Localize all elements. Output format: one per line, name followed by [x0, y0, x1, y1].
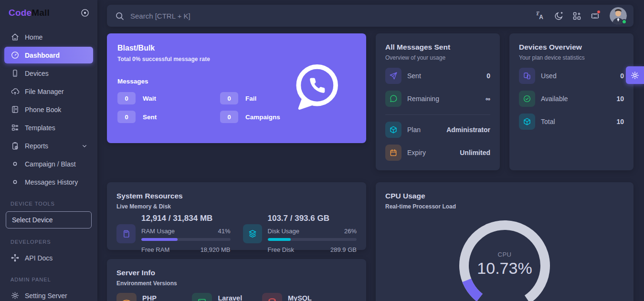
- all-messages-card: All Messages Sent Overview of your usage…: [376, 33, 500, 170]
- server-info-card: Server Info Environment Versions php PHP…: [107, 259, 366, 301]
- circle-bullet-icon: [11, 177, 20, 187]
- card-subtitle: Real-time Processor Load: [385, 203, 624, 210]
- php-icon: php: [116, 293, 137, 301]
- stat-row-sent: Sent 0: [385, 68, 490, 84]
- gear-icon: [11, 291, 20, 300]
- cards-row-2: System Resources Live Memory & Disk 12,9…: [107, 182, 633, 301]
- card-title: System Resources: [116, 192, 357, 200]
- card-subtitle: Environment Versions: [116, 280, 357, 287]
- dashboard-icon: [11, 51, 20, 60]
- blast-bulk-card: Blast/Bulk Total 0% successful message r…: [107, 33, 366, 143]
- card-title: Devices Overview: [519, 43, 624, 52]
- sidebar-nav: Home Dashboard Devices File Manager Phon…: [0, 29, 97, 190]
- sidebar-item-label: Reports: [25, 142, 48, 150]
- dark-mode-icon[interactable]: [551, 9, 566, 23]
- sidebar-pin-toggle-icon[interactable]: [80, 8, 90, 18]
- free-ram-label: Free RAM: [141, 246, 169, 253]
- sidebar-item-templates[interactable]: Templates: [4, 119, 93, 136]
- sidebar-item-reports[interactable]: Reports: [4, 137, 93, 154]
- sidebar-item-messages-history[interactable]: Messages History: [4, 174, 93, 190]
- sidebar-item-label: File Manager: [25, 88, 64, 95]
- topbar-icons: zA: [533, 7, 627, 24]
- whatsapp-icon: [290, 62, 341, 115]
- chevron-down-icon: [81, 142, 88, 150]
- sidebar-item-dashboard[interactable]: Dashboard: [4, 47, 93, 63]
- calendar-icon: [385, 145, 401, 161]
- server-icon: [192, 293, 212, 301]
- layers-icon: [243, 224, 262, 243]
- language-icon[interactable]: zA: [533, 9, 548, 23]
- sidebar-item-phone-book[interactable]: Phone Book: [4, 101, 93, 118]
- card-title: Server Info: [116, 269, 357, 277]
- ram-usage-block: 12,914 / 31,834 MB RAM Usage41% Free RAM…: [116, 214, 231, 253]
- gear-icon: [630, 71, 640, 80]
- env-item-laravel: Laravel 12.32.1: [192, 293, 262, 301]
- ram-percent: 41%: [218, 228, 230, 235]
- stat-row-available: Available 10: [519, 91, 624, 107]
- sidebar-item-api-docs[interactable]: API Docs: [4, 249, 93, 266]
- disk-value: 103.7 / 393.6 GB: [268, 214, 357, 223]
- stat-row-total: Total 10: [519, 114, 624, 130]
- topbar: zA: [107, 5, 633, 27]
- sidebar-item-label: Dashboard: [25, 52, 60, 59]
- disk-label: Disk Usage: [268, 228, 299, 235]
- env-item-mysql: MySQL 11.4.7-MariaDB-cll-lve: [262, 293, 357, 301]
- message-circle-icon: [385, 91, 401, 107]
- card-subtitle: Your plan device statistics: [519, 54, 624, 61]
- search-input[interactable]: [130, 12, 331, 20]
- sidebar: CodeMall Home Dashboard Devices File Man…: [0, 0, 97, 301]
- stat-chip: 0: [220, 92, 238, 104]
- sidebar-item-label: Messages History: [25, 178, 78, 186]
- environment-grid: php PHP 8.3.20 Laravel 12.32.1: [116, 293, 357, 301]
- sidebar-item-home[interactable]: Home: [4, 29, 93, 45]
- stat-chip: 0: [220, 111, 238, 123]
- divider: [385, 114, 490, 115]
- search-bar[interactable]: [115, 11, 533, 21]
- ram-label: RAM Usage: [141, 228, 175, 235]
- cube-icon: [385, 122, 401, 138]
- cpu-gauge: CPU 10.73%: [450, 216, 560, 301]
- select-device-dropdown[interactable]: Select Device: [6, 211, 92, 228]
- blast-stat-sent: 0 Sent: [117, 111, 220, 123]
- devices-overview-card: Devices Overview Your plan device statis…: [509, 33, 633, 170]
- disk-percent: 26%: [344, 228, 357, 235]
- brand-logo[interactable]: CodeMall: [9, 8, 50, 18]
- card-title: CPU Usage: [385, 192, 624, 200]
- cpu-gauge-label: CPU: [450, 251, 560, 258]
- online-status-dot: [622, 19, 627, 24]
- svg-text:A: A: [539, 14, 543, 21]
- shortcuts-icon[interactable]: [570, 9, 584, 23]
- sidebar-item-label: Setting Server: [25, 292, 67, 300]
- cloud-upload-icon: [11, 87, 20, 96]
- sidebar-item-campaign-blast[interactable]: Campaign / Blast: [4, 156, 93, 172]
- disk-usage-block: 103.7 / 393.6 GB Disk Usage26% Free Disk…: [243, 214, 357, 253]
- app-root: CodeMall Home Dashboard Devices File Man…: [0, 0, 644, 301]
- free-disk-label: Free Disk: [268, 246, 295, 253]
- sidebar-item-label: Home: [25, 33, 42, 41]
- sidebar-item-label: API Docs: [25, 254, 53, 262]
- cpu-usage-card: CPU Usage Real-time Processor Load CPU 1…: [376, 182, 633, 301]
- brand-logo-secondary: Mall: [32, 8, 50, 18]
- blast-stat-wait: 0 Wait: [117, 92, 220, 104]
- circle-check-icon: [519, 91, 535, 107]
- section-header-developers: DEVELOPERS: [11, 239, 97, 245]
- send-icon: [385, 68, 401, 84]
- ram-progress-bar: [141, 238, 231, 241]
- smartphone-icon: [11, 69, 20, 78]
- sidebar-item-setting-server[interactable]: Setting Server: [4, 287, 93, 301]
- sidebar-item-file-manager[interactable]: File Manager: [4, 83, 93, 100]
- notifications-icon[interactable]: [588, 9, 602, 23]
- main-content: zA Blas: [97, 0, 644, 301]
- blast-card-title: Blast/Bulk: [117, 44, 356, 52]
- free-ram-value: 18,920 MB: [201, 246, 231, 253]
- user-avatar[interactable]: [610, 7, 627, 24]
- devices-icon: [519, 68, 535, 84]
- sidebar-item-devices[interactable]: Devices: [4, 65, 93, 82]
- card-subtitle: Overview of your usage: [385, 54, 490, 61]
- disk-progress-bar: [268, 238, 357, 241]
- card-subtitle: Live Memory & Disk: [116, 203, 357, 210]
- search-icon: [115, 11, 125, 21]
- theme-customizer-button[interactable]: [626, 66, 644, 84]
- stat-row-plan: Plan Administrator: [385, 122, 490, 138]
- logo-row: CodeMall: [0, 0, 97, 23]
